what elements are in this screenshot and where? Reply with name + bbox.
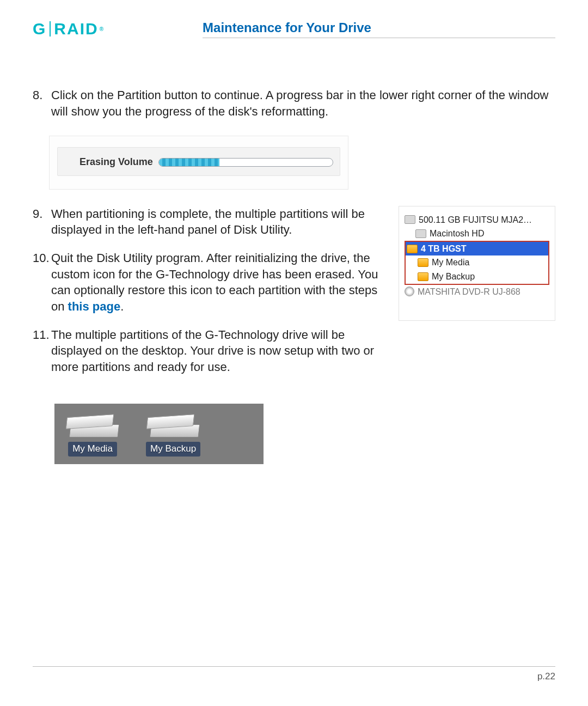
internal-disk-icon [405, 215, 415, 224]
page-header: G RAID ® Maintenance for Your Drive [33, 20, 555, 38]
disk-label: 500.11 GB FUJITSU MJA2… [419, 214, 532, 226]
disk-item-my-backup[interactable]: My Backup [406, 270, 548, 284]
erase-progress-bar-row: Erasing Volume [57, 147, 340, 175]
step-9: 9. When partitioning is complete, the mu… [33, 206, 380, 238]
brand-logo: G RAID ® [33, 20, 105, 38]
highlighted-group: 4 TB HGST My Media My Backup [405, 241, 549, 285]
disk-label: MATSHITA DVD-R UJ-868 [418, 286, 520, 298]
disk-utility-panel: 500.11 GB FUJITSU MJA2… Macintosh HD 4 T… [399, 206, 555, 321]
step-number: 10. [33, 250, 51, 315]
progress-fill [159, 159, 220, 166]
step-number: 8. [33, 87, 51, 119]
logo-raid: RAID [54, 20, 98, 38]
step-10: 10. Quit the Disk Utility program. After… [33, 250, 380, 315]
disk-item-dvd[interactable]: MATSHITA DVD-R UJ-868 [403, 285, 550, 299]
disk-label: My Backup [432, 271, 475, 283]
disk-label: My Media [432, 257, 469, 269]
step-11: 11. The multiple partitions of the G-Tec… [33, 327, 380, 375]
erase-progress-screenshot: Erasing Volume [49, 136, 348, 189]
internal-disk-icon [415, 229, 426, 238]
drive-icon [66, 413, 119, 437]
page-number: p.22 [537, 671, 555, 681]
disk-item-fujitsu[interactable]: 500.11 GB FUJITSU MJA2… [403, 213, 550, 227]
page-footer: p.22 [33, 666, 555, 682]
step-text: Click on the Partition button to continu… [51, 87, 555, 119]
step-text: The multiple partitions of the G-Technol… [51, 327, 380, 375]
section-title: Maintenance for Your Drive [203, 20, 371, 35]
external-disk-icon [418, 258, 428, 267]
step-text: When partitioning is complete, the multi… [51, 206, 380, 238]
drive-icon [147, 413, 199, 437]
logo-divider [50, 21, 51, 36]
optical-disc-icon [405, 287, 414, 296]
disk-item-hgst-selected[interactable]: 4 TB HGST [406, 242, 548, 256]
this-page-link[interactable]: this page [68, 300, 121, 313]
content: 8. Click on the Partition button to cont… [33, 87, 555, 464]
drive-label: My Media [68, 442, 117, 457]
logo-g: G [33, 20, 50, 38]
external-disk-icon [418, 272, 428, 281]
step-text: Quit the Disk Utility program. After rei… [51, 250, 380, 315]
step-number: 11. [33, 327, 51, 375]
drive-label: My Backup [146, 442, 200, 457]
step-10-text-b: . [120, 300, 124, 313]
disk-item-macintosh-hd[interactable]: Macintosh HD [403, 227, 550, 241]
disk-label: Macintosh HD [430, 228, 484, 240]
progress-bar [158, 158, 333, 167]
steps-and-panel-row: 9. When partitioning is complete, the mu… [33, 206, 555, 387]
external-disk-icon [407, 245, 418, 253]
desktop-icons-screenshot: My Media My Backup [54, 404, 264, 464]
logo-registered: ® [100, 26, 105, 32]
desktop-drive-my-backup[interactable]: My Backup [146, 413, 200, 457]
step-number: 9. [33, 206, 51, 238]
erase-label: Erasing Volume [79, 155, 153, 168]
section-title-wrap: Maintenance for Your Drive [203, 20, 555, 38]
desktop-drive-my-media[interactable]: My Media [66, 413, 119, 457]
disk-label: 4 TB HGST [421, 243, 467, 255]
step-8: 8. Click on the Partition button to cont… [33, 87, 555, 119]
disk-item-my-media[interactable]: My Media [406, 255, 548, 270]
